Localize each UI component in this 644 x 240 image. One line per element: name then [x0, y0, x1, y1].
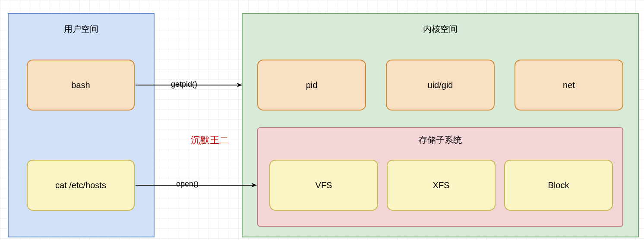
pid-box: pid	[257, 60, 366, 111]
uidgid-box: uid/gid	[386, 60, 495, 111]
getpid-label: getpid()	[171, 80, 197, 89]
xfs-label: XFS	[433, 180, 450, 190]
cat-label: cat /etc/hosts	[55, 180, 106, 190]
bash-label: bash	[71, 80, 90, 90]
net-box: net	[515, 60, 623, 111]
vfs-box: VFS	[269, 160, 378, 211]
vfs-label: VFS	[316, 180, 332, 190]
open-label: open()	[176, 180, 199, 189]
kernel-space-title: 内核空间	[243, 23, 638, 35]
cat-box: cat /etc/hosts	[27, 160, 135, 211]
bash-box: bash	[27, 60, 135, 111]
block-label: Block	[548, 180, 569, 190]
net-label: net	[563, 80, 575, 90]
xfs-box: XFS	[387, 160, 496, 211]
block-box: Block	[504, 160, 613, 211]
uidgid-label: uid/gid	[428, 80, 453, 90]
storage-title: 存储子系统	[258, 134, 622, 146]
watermark-text: 沉默王二	[191, 134, 229, 147]
pid-label: pid	[306, 80, 318, 90]
user-space-title: 用户空间	[9, 23, 154, 35]
